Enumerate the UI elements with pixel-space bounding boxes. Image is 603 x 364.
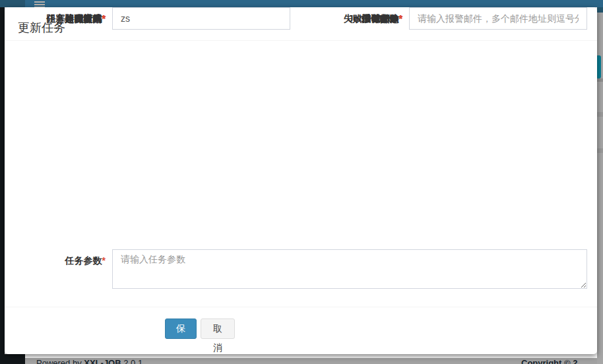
dimmed-row-band [597, 78, 603, 82]
required-star: * [102, 13, 106, 24]
powered-by-text: Powered by XXL-JOB 2.0.1 [36, 358, 143, 364]
dimmed-sidebar-bottom [5, 354, 25, 364]
job-param-textarea[interactable] [112, 249, 587, 289]
dimmed-row-band [597, 148, 603, 153]
alarm-email-label: 报警邮件* [236, 7, 402, 30]
required-star: * [399, 13, 402, 24]
required-star: * [102, 255, 106, 266]
modal-footer: 保存 取消 [5, 307, 597, 354]
author-label: 负责人* [5, 7, 106, 30]
alarm-email-input[interactable] [409, 7, 587, 30]
job-param-label: 任务参数* [5, 249, 106, 272]
dimmed-row-band [597, 112, 603, 117]
navbar-logo-area [0, 0, 25, 7]
dimmed-sidebar-strip [0, 7, 5, 364]
dimmed-header-fragment [597, 7, 603, 13]
page-footer: Powered by XXL-JOB 2.0.1 Copyright © 2 [25, 358, 597, 364]
hamburger-menu-icon[interactable] [34, 1, 45, 7]
cancel-button[interactable]: 取消 [201, 318, 235, 339]
top-navbar [0, 0, 603, 7]
copyright-text: Copyright © 2 [521, 358, 577, 364]
update-task-modal: 更新任务 执行器* 示例执行器 ▼ 任务描述* 路由策略* 分片广播 ▼ Cro… [5, 7, 597, 354]
save-button[interactable]: 保存 [165, 318, 197, 339]
